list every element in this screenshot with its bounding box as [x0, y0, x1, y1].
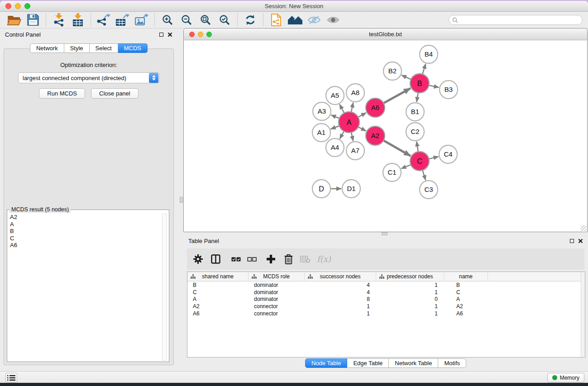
- mcds-result-legend: MCDS result (5 nodes): [10, 206, 71, 213]
- graph-edge-C-C2[interactable]: [416, 142, 418, 152]
- table-settings-button[interactable]: [193, 254, 203, 264]
- zoom-selected-button[interactable]: [215, 13, 234, 27]
- graph-edge-A-A6[interactable]: [358, 113, 366, 117]
- graph-edge-B-B1[interactable]: [416, 92, 418, 102]
- graph-node-label: B3: [445, 86, 453, 93]
- run-mcds-button[interactable]: Run MCDS: [39, 88, 85, 99]
- export-table-button[interactable]: [113, 13, 132, 27]
- import-network-button[interactable]: [49, 13, 68, 27]
- graph-edge-B-B3[interactable]: [429, 85, 439, 87]
- graph-edge-A-A4[interactable]: [340, 131, 344, 139]
- graph-node-label: C4: [444, 150, 452, 158]
- table-scrollbar[interactable]: [581, 272, 585, 357]
- table-row[interactable]: Adominator80A: [187, 296, 585, 303]
- window-titlebar: Session: New Session: [0, 1, 588, 12]
- refresh-button[interactable]: [241, 13, 260, 27]
- float-panel-icon[interactable]: [159, 33, 163, 37]
- graph-edge-A-A7[interactable]: [351, 132, 353, 141]
- network-canvas[interactable]: AA1A3A5A8A4A7A6A2BB1B2B3B4CC1C2C3C4DD1: [184, 40, 587, 232]
- dropdown-stepper-icon: [149, 73, 158, 83]
- table-cell: 1: [376, 289, 444, 295]
- close-window-button[interactable]: [5, 3, 11, 9]
- mcds-result-item[interactable]: A6: [8, 242, 162, 249]
- tab-network[interactable]: Network: [30, 43, 64, 53]
- minimize-window-button[interactable]: [15, 3, 21, 9]
- show-graphics-details-button[interactable]: [324, 13, 343, 27]
- table-row[interactable]: A2connector11A2: [187, 303, 585, 310]
- column-header-successor-nodes[interactable]: successor nodes: [305, 272, 376, 281]
- tab-motifs[interactable]: Motifs: [438, 358, 466, 368]
- table-cell: B: [187, 282, 249, 288]
- export-image-button[interactable]: [132, 13, 151, 27]
- column-header-MCDS-role[interactable]: MCDS role: [249, 272, 305, 281]
- export-network-button[interactable]: [94, 13, 113, 27]
- mcds-list-scrollbar[interactable]: [162, 214, 167, 361]
- home-button[interactable]: [286, 13, 305, 27]
- save-floppy-icon: [27, 14, 39, 26]
- graph-edge-A-A8[interactable]: [351, 103, 354, 113]
- mcds-result-item[interactable]: A: [8, 221, 162, 228]
- float-panel-icon[interactable]: [570, 239, 574, 243]
- graph-edge-A-A3[interactable]: [331, 115, 339, 119]
- show-columns-button[interactable]: [211, 254, 220, 264]
- table-row[interactable]: Bdominator41B: [187, 281, 585, 289]
- zoom-fit-button[interactable]: [196, 13, 215, 27]
- search-input[interactable]: [460, 17, 579, 23]
- open-session-button[interactable]: [5, 13, 24, 27]
- column-header-shared-name[interactable]: shared name: [187, 272, 249, 281]
- graph-edge-A2-C[interactable]: [383, 140, 411, 156]
- mcds-result-item[interactable]: C: [8, 235, 162, 242]
- column-header-name[interactable]: name: [444, 272, 488, 281]
- trash-icon: [284, 254, 293, 264]
- add-column-button[interactable]: [267, 255, 275, 263]
- memory-button[interactable]: Memory: [547, 373, 584, 382]
- close-panel-icon[interactable]: [578, 238, 583, 243]
- close-panel-icon[interactable]: [167, 32, 172, 37]
- zoom-in-button[interactable]: [158, 13, 177, 27]
- function-builder-button[interactable]: f(x): [317, 254, 331, 264]
- tab-style[interactable]: Style: [64, 43, 90, 53]
- zoom-out-button[interactable]: [177, 13, 196, 27]
- import-table-button[interactable]: [68, 13, 87, 27]
- column-header-predecessor-nodes[interactable]: predecessor nodes: [376, 272, 444, 281]
- zoom-view-button[interactable]: [206, 32, 212, 37]
- save-session-button[interactable]: [24, 13, 43, 27]
- network-document-button[interactable]: [267, 13, 286, 27]
- graph-edge-C-C1[interactable]: [401, 165, 411, 169]
- column-header-filler: [488, 272, 585, 281]
- tab-edge-table[interactable]: Edge Table: [347, 358, 389, 368]
- delete-table-button[interactable]: [300, 255, 311, 263]
- optimization-criterion-dropdown[interactable]: largest connected component (directed): [18, 72, 159, 83]
- graph-edge-A-A1[interactable]: [331, 126, 340, 129]
- unselect-all-columns-button[interactable]: [247, 257, 257, 262]
- gear-icon: [193, 254, 203, 264]
- table-row[interactable]: Cdominator41C: [187, 289, 585, 296]
- mcds-result-item[interactable]: B: [8, 228, 162, 235]
- graph-edge-C-C3[interactable]: [422, 170, 425, 180]
- task-history-button[interactable]: [5, 373, 17, 382]
- tab-select[interactable]: Select: [90, 43, 118, 53]
- tab-mcds[interactable]: MCDS: [118, 43, 148, 53]
- tab-node-table[interactable]: Node Table: [305, 358, 348, 368]
- window-resize-grip[interactable]: [581, 225, 586, 231]
- table-row[interactable]: A6connector11A6: [187, 310, 585, 317]
- graph-edge-A-A2[interactable]: [358, 127, 366, 131]
- graph-edge-B-B4[interactable]: [422, 64, 425, 75]
- split-divider-grip[interactable]: [180, 197, 183, 203]
- close-view-button[interactable]: [189, 32, 195, 37]
- select-all-columns-button[interactable]: [231, 257, 241, 262]
- graph-edge-C-C4[interactable]: [428, 157, 438, 159]
- tab-network-table[interactable]: Network Table: [389, 358, 438, 368]
- search-box[interactable]: [449, 15, 583, 25]
- control-panel-header: Control Panel: [0, 28, 177, 41]
- delete-column-button[interactable]: [284, 254, 293, 264]
- minimize-view-button[interactable]: [198, 32, 203, 37]
- hide-graphics-details-button[interactable]: [305, 13, 324, 27]
- graph-edge-A-A5[interactable]: [339, 104, 344, 113]
- zoom-window-button[interactable]: [24, 3, 30, 9]
- graph-edge-B-B2[interactable]: [402, 75, 411, 80]
- mcds-result-item[interactable]: A2: [8, 214, 162, 221]
- close-panel-button[interactable]: Close panel: [91, 88, 139, 99]
- graph-edge-A6-B[interactable]: [383, 88, 411, 103]
- search-icon: [452, 17, 458, 23]
